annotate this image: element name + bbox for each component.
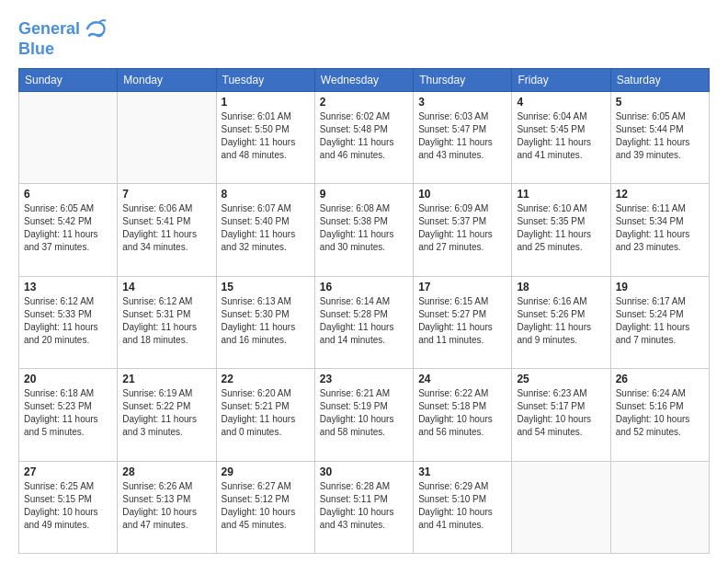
day-info: Sunrise: 6:14 AMSunset: 5:28 PMDaylight:…	[320, 295, 408, 347]
day-info: Sunrise: 6:27 AMSunset: 5:12 PMDaylight:…	[222, 480, 310, 532]
day-cell: 30Sunrise: 6:28 AMSunset: 5:11 PMDayligh…	[314, 461, 413, 553]
day-info: Sunrise: 6:16 AMSunset: 5:26 PMDaylight:…	[517, 295, 605, 347]
day-number: 17	[418, 281, 506, 293]
day-info: Sunrise: 6:21 AMSunset: 5:19 PMDaylight:…	[320, 387, 408, 439]
day-cell: 11Sunrise: 6:10 AMSunset: 5:35 PMDayligh…	[512, 184, 610, 276]
day-info: Sunrise: 6:28 AMSunset: 5:11 PMDaylight:…	[320, 480, 408, 532]
day-cell: 12Sunrise: 6:11 AMSunset: 5:34 PMDayligh…	[610, 184, 709, 276]
day-number: 19	[616, 281, 704, 293]
day-info: Sunrise: 6:12 AMSunset: 5:31 PMDaylight:…	[122, 295, 210, 347]
day-info: Sunrise: 6:04 AMSunset: 5:45 PMDaylight:…	[517, 110, 605, 162]
day-info: Sunrise: 6:17 AMSunset: 5:24 PMDaylight:…	[616, 295, 704, 347]
logo-bird-icon	[82, 17, 108, 42]
weekday-header-wednesday: Wednesday	[314, 68, 413, 91]
day-number: 14	[122, 281, 210, 293]
day-number: 23	[320, 373, 408, 385]
day-info: Sunrise: 6:08 AMSunset: 5:38 PMDaylight:…	[320, 202, 408, 254]
weekday-header-sunday: Sunday	[19, 68, 118, 91]
header: General Blue	[18, 17, 710, 59]
weekday-header-thursday: Thursday	[414, 68, 512, 91]
day-info: Sunrise: 6:05 AMSunset: 5:44 PMDaylight:…	[616, 110, 704, 162]
day-cell: 16Sunrise: 6:14 AMSunset: 5:28 PMDayligh…	[314, 276, 413, 368]
day-cell	[610, 461, 709, 553]
day-info: Sunrise: 6:20 AMSunset: 5:21 PMDaylight:…	[222, 387, 310, 439]
day-cell: 20Sunrise: 6:18 AMSunset: 5:23 PMDayligh…	[19, 369, 118, 461]
day-info: Sunrise: 6:13 AMSunset: 5:30 PMDaylight:…	[222, 295, 310, 347]
day-info: Sunrise: 6:26 AMSunset: 5:13 PMDaylight:…	[122, 480, 210, 532]
day-cell: 21Sunrise: 6:19 AMSunset: 5:22 PMDayligh…	[118, 369, 216, 461]
day-number: 18	[517, 281, 605, 293]
day-info: Sunrise: 6:07 AMSunset: 5:40 PMDaylight:…	[222, 202, 310, 254]
day-cell: 8Sunrise: 6:07 AMSunset: 5:40 PMDaylight…	[216, 184, 314, 276]
week-row-4: 20Sunrise: 6:18 AMSunset: 5:23 PMDayligh…	[19, 369, 710, 461]
weekday-header-tuesday: Tuesday	[216, 68, 314, 91]
logo-text: General	[18, 20, 80, 39]
day-number: 11	[517, 188, 605, 201]
day-info: Sunrise: 6:18 AMSunset: 5:23 PMDaylight:…	[24, 387, 112, 439]
day-cell: 22Sunrise: 6:20 AMSunset: 5:21 PMDayligh…	[216, 369, 314, 461]
weekday-header-friday: Friday	[512, 68, 610, 91]
day-cell: 4Sunrise: 6:04 AMSunset: 5:45 PMDaylight…	[512, 91, 610, 183]
day-number: 13	[24, 281, 112, 293]
day-cell: 1Sunrise: 6:01 AMSunset: 5:50 PMDaylight…	[216, 91, 314, 183]
day-cell: 10Sunrise: 6:09 AMSunset: 5:37 PMDayligh…	[414, 184, 512, 276]
logo-blue-text: Blue	[18, 40, 108, 59]
day-info: Sunrise: 6:09 AMSunset: 5:37 PMDaylight:…	[418, 202, 506, 254]
weekday-header-monday: Monday	[118, 68, 216, 91]
day-number: 27	[24, 465, 112, 478]
day-info: Sunrise: 6:23 AMSunset: 5:17 PMDaylight:…	[517, 387, 605, 439]
weekday-header-row: SundayMondayTuesdayWednesdayThursdayFrid…	[19, 68, 710, 91]
day-cell: 17Sunrise: 6:15 AMSunset: 5:27 PMDayligh…	[414, 276, 512, 368]
day-number: 8	[222, 188, 310, 201]
day-number: 12	[616, 188, 704, 201]
day-info: Sunrise: 6:06 AMSunset: 5:41 PMDaylight:…	[122, 202, 210, 254]
day-info: Sunrise: 6:19 AMSunset: 5:22 PMDaylight:…	[122, 387, 210, 439]
day-cell	[19, 91, 118, 183]
day-number: 31	[418, 465, 506, 478]
day-info: Sunrise: 6:05 AMSunset: 5:42 PMDaylight:…	[24, 202, 112, 254]
week-row-5: 27Sunrise: 6:25 AMSunset: 5:15 PMDayligh…	[19, 461, 710, 553]
day-info: Sunrise: 6:12 AMSunset: 5:33 PMDaylight:…	[24, 295, 112, 347]
day-number: 16	[320, 281, 408, 293]
calendar-page: General Blue SundayMondayTuesdayWednesd	[0, 0, 728, 563]
day-number: 26	[616, 373, 704, 385]
day-cell: 9Sunrise: 6:08 AMSunset: 5:38 PMDaylight…	[314, 184, 413, 276]
day-cell: 29Sunrise: 6:27 AMSunset: 5:12 PMDayligh…	[216, 461, 314, 553]
day-number: 24	[418, 373, 506, 385]
day-cell: 6Sunrise: 6:05 AMSunset: 5:42 PMDaylight…	[19, 184, 118, 276]
day-number: 21	[122, 373, 210, 385]
day-cell: 18Sunrise: 6:16 AMSunset: 5:26 PMDayligh…	[512, 276, 610, 368]
day-cell: 23Sunrise: 6:21 AMSunset: 5:19 PMDayligh…	[314, 369, 413, 461]
day-number: 4	[517, 96, 605, 109]
logo: General Blue	[18, 17, 108, 59]
day-cell	[512, 461, 610, 553]
day-cell: 5Sunrise: 6:05 AMSunset: 5:44 PMDaylight…	[610, 91, 709, 183]
day-number: 20	[24, 373, 112, 385]
day-number: 22	[222, 373, 310, 385]
calendar-table: SundayMondayTuesdayWednesdayThursdayFrid…	[18, 68, 710, 554]
day-number: 1	[222, 96, 310, 109]
day-number: 10	[418, 188, 506, 201]
day-number: 3	[418, 96, 506, 109]
day-cell: 31Sunrise: 6:29 AMSunset: 5:10 PMDayligh…	[414, 461, 512, 553]
day-info: Sunrise: 6:01 AMSunset: 5:50 PMDaylight:…	[222, 110, 310, 162]
day-info: Sunrise: 6:29 AMSunset: 5:10 PMDaylight:…	[418, 480, 506, 532]
day-number: 2	[320, 96, 408, 109]
day-cell: 15Sunrise: 6:13 AMSunset: 5:30 PMDayligh…	[216, 276, 314, 368]
day-cell: 7Sunrise: 6:06 AMSunset: 5:41 PMDaylight…	[118, 184, 216, 276]
day-info: Sunrise: 6:24 AMSunset: 5:16 PMDaylight:…	[616, 387, 704, 439]
day-cell: 19Sunrise: 6:17 AMSunset: 5:24 PMDayligh…	[610, 276, 709, 368]
day-number: 15	[222, 281, 310, 293]
day-info: Sunrise: 6:22 AMSunset: 5:18 PMDaylight:…	[418, 387, 506, 439]
day-number: 9	[320, 188, 408, 201]
day-number: 28	[122, 465, 210, 478]
day-number: 7	[122, 188, 210, 201]
day-number: 29	[222, 465, 310, 478]
week-row-1: 1Sunrise: 6:01 AMSunset: 5:50 PMDaylight…	[19, 91, 710, 183]
weekday-header-saturday: Saturday	[610, 68, 709, 91]
day-cell	[118, 91, 216, 183]
day-number: 6	[24, 188, 112, 201]
day-cell: 14Sunrise: 6:12 AMSunset: 5:31 PMDayligh…	[118, 276, 216, 368]
day-info: Sunrise: 6:02 AMSunset: 5:48 PMDaylight:…	[320, 110, 408, 162]
day-cell: 3Sunrise: 6:03 AMSunset: 5:47 PMDaylight…	[414, 91, 512, 183]
